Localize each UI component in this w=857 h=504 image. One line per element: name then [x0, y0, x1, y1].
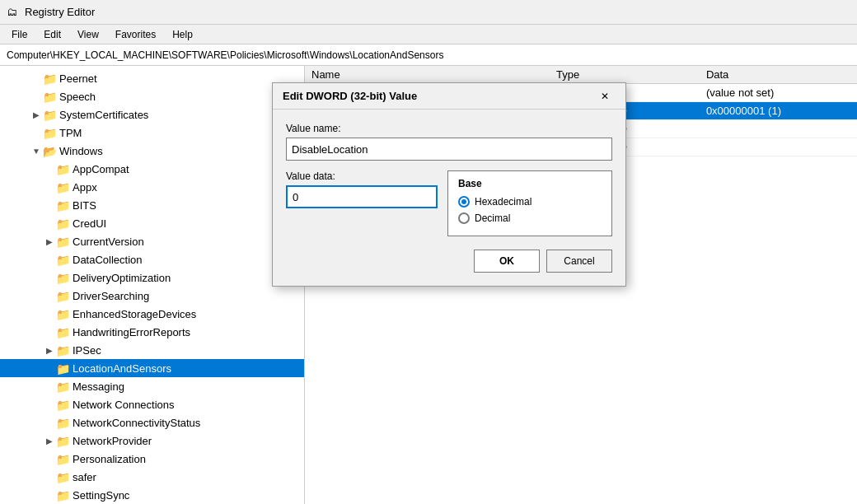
chevron-icon: ▶	[43, 436, 56, 446]
folder-icon	[56, 380, 69, 392]
main-area: Peernet Speech ▶ SystemCertificates TPM …	[0, 66, 857, 504]
menu-view[interactable]: View	[69, 27, 107, 42]
folder-icon	[56, 254, 69, 265]
tree-item-deliveryoptimization[interactable]: DeliveryOptimization	[0, 268, 304, 287]
tree-item-appcompat[interactable]: AppCompat	[0, 160, 304, 178]
value-data-label: Value data:	[286, 170, 438, 182]
folder-icon	[56, 272, 69, 283]
tree-label: NetworkConnectivityStatus	[73, 417, 200, 429]
radio-decimal[interactable]	[458, 212, 470, 224]
tree-label: LocationAndSensors	[73, 362, 171, 375]
tree-item-datacollection[interactable]: DataCollection	[0, 250, 304, 268]
radio-hexadecimal-row[interactable]: Hexadecimal	[458, 196, 602, 208]
tree-item-messaging[interactable]: Messaging	[0, 377, 304, 395]
folder-icon	[56, 217, 69, 229]
folder-icon	[56, 417, 69, 428]
tree-item-safer[interactable]: safer	[0, 468, 304, 486]
addressbar: Computer\HKEY_LOCAL_MACHINE\SOFTWARE\Pol…	[0, 44, 857, 66]
tree-item-personalization[interactable]: Personalization	[0, 450, 304, 468]
value-name-input[interactable]	[286, 138, 612, 161]
tree-item-networkconnections[interactable]: Network Connections	[0, 395, 304, 413]
tree-label: CredUI	[73, 217, 106, 230]
radio-decimal-label: Decimal	[475, 212, 510, 224]
folder-icon	[43, 109, 56, 120]
tree-item-windows[interactable]: ▼ Windows	[0, 142, 304, 160]
folder-icon	[56, 181, 69, 193]
tree-label: SystemCertificates	[59, 109, 148, 121]
chevron-icon: ▶	[43, 237, 56, 246]
tree-label: Peernet	[59, 72, 97, 85]
menu-favorites[interactable]: Favorites	[107, 27, 164, 42]
radio-decimal-row[interactable]: Decimal	[458, 212, 602, 224]
tree-item-bits[interactable]: BITS	[0, 196, 304, 214]
tree-item-tpm[interactable]: TPM	[0, 124, 304, 142]
tree-item-networkprovider[interactable]: ▶ NetworkProvider	[0, 432, 304, 450]
value-data-input[interactable]	[286, 185, 438, 208]
folder-icon	[56, 453, 69, 464]
base-label: Base	[458, 178, 602, 189]
tree-item-settingsync[interactable]: SettingSync	[0, 486, 304, 504]
value-data-section: Value data:	[286, 170, 438, 236]
tree-item-systemcerts[interactable]: ▶ SystemCertificates	[0, 105, 304, 124]
dialog-body: Value name: Value data: Base Hexadecimal…	[273, 110, 625, 286]
tree-item-enhancedstorage[interactable]: EnhancedStorageDevices	[0, 305, 304, 323]
folder-icon	[43, 72, 56, 84]
dialog-close-button[interactable]: ✕	[594, 87, 616, 105]
tree-label: Windows	[59, 145, 103, 157]
dialog-titlebar: Edit DWORD (32-bit) Value ✕	[273, 83, 625, 110]
tree-label: DataCollection	[73, 254, 143, 266]
tree-label: CurrentVersion	[73, 236, 144, 248]
tree-item-networkconnectivitystatus[interactable]: NetworkConnectivityStatus	[0, 413, 304, 432]
tree-item-peernet[interactable]: Peernet	[0, 69, 304, 87]
folder-icon	[56, 290, 69, 301]
tree-label: safer	[73, 471, 96, 483]
row-data: (value not set)	[700, 84, 857, 102]
chevron-icon: ▼	[30, 147, 43, 156]
tree-item-appx[interactable]: Appx	[0, 178, 304, 196]
ok-button[interactable]: OK	[474, 250, 540, 273]
folder-icon	[43, 91, 56, 102]
chevron-icon: ▶	[30, 110, 43, 119]
tree-item-driversearching[interactable]: DriverSearching	[0, 287, 304, 305]
app-title: Registry Editor	[25, 6, 95, 18]
folder-icon	[56, 236, 69, 247]
menu-file[interactable]: File	[3, 27, 35, 42]
folder-icon	[43, 127, 56, 138]
tree-item-currentversion[interactable]: ▶ CurrentVersion	[0, 232, 304, 250]
app-icon: 🗂	[7, 6, 20, 19]
menu-help[interactable]: Help	[164, 27, 201, 42]
tree-label: HandwritingErrorReports	[73, 326, 190, 338]
folder-open-icon	[43, 145, 56, 156]
tree-label: Personalization	[73, 453, 146, 465]
tree-label: AppCompat	[73, 163, 129, 175]
tree-label: EnhancedStorageDevices	[73, 308, 196, 320]
tree-item-speech[interactable]: Speech	[0, 87, 304, 105]
folder-icon	[56, 362, 69, 374]
menubar: File Edit View Favorites Help	[0, 25, 857, 44]
tree-item-credui[interactable]: CredUI	[0, 214, 304, 232]
folder-icon	[56, 471, 69, 483]
menu-edit[interactable]: Edit	[35, 27, 69, 42]
tree-item-locationandsensors[interactable]: LocationAndSensors	[0, 359, 304, 377]
folder-icon	[56, 308, 69, 320]
cancel-button[interactable]: Cancel	[546, 250, 612, 273]
value-name-label: Value name:	[286, 123, 612, 134]
radio-hexadecimal-label: Hexadecimal	[475, 196, 532, 208]
tree-label: SettingSync	[73, 489, 129, 502]
dialog-title: Edit DWORD (32-bit) Value	[283, 90, 417, 102]
tree-label: NetworkProvider	[73, 435, 152, 447]
tree-label: TPM	[59, 127, 82, 139]
folder-icon	[56, 489, 69, 501]
titlebar: 🗂 Registry Editor	[0, 0, 857, 25]
col-type: Type	[550, 66, 700, 84]
tree-label: DriverSearching	[73, 290, 149, 302]
tree-label: Appx	[73, 181, 97, 194]
dialog-buttons: OK Cancel	[286, 250, 612, 273]
row-data	[700, 120, 857, 138]
tree-label: BITS	[73, 199, 96, 212]
address-path: Computer\HKEY_LOCAL_MACHINE\SOFTWARE\Pol…	[7, 49, 443, 61]
chevron-icon: ▶	[43, 346, 56, 355]
radio-hexadecimal[interactable]	[458, 196, 470, 208]
tree-item-handwriting[interactable]: HandwritingErrorReports	[0, 323, 304, 341]
tree-item-ipsec[interactable]: ▶ IPSec	[0, 341, 304, 359]
